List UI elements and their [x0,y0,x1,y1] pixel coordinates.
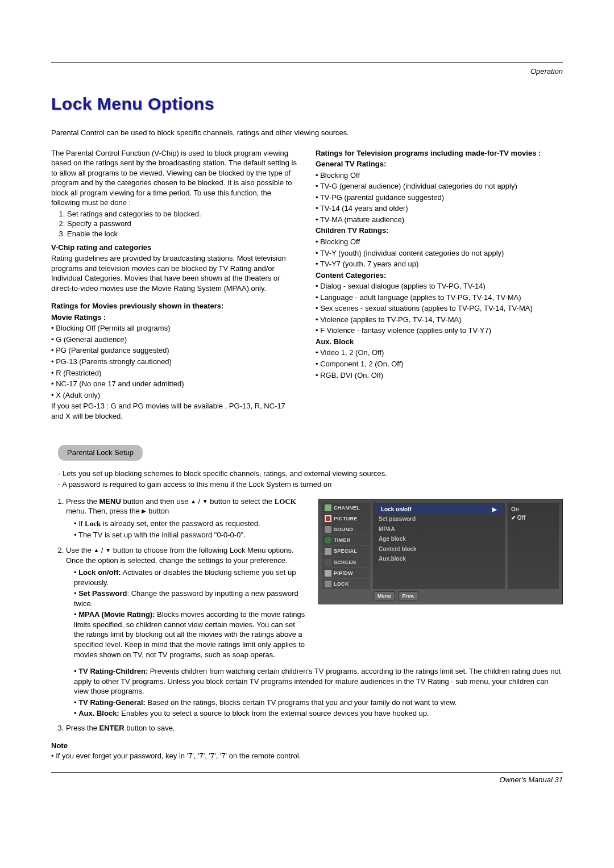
t: MPAA [379,525,395,533]
t: CHANNEL [334,504,360,511]
down-triangle-icon: ▼ [202,498,208,504]
lock-label: Lock [85,519,101,528]
aux-item: • Component 1, 2 (On, Off) [316,359,563,369]
osd-side-picture: PICTURE [322,514,370,524]
osd-btn-menu: Menu [374,591,395,600]
t: Based on the ratings, blocks certain TV … [146,698,457,707]
t: Lock on/off [381,506,412,514]
child-item: • TV-Y7 (youth, 7 years and up) [316,259,563,269]
osd-side-pipdw: PIP/DW [322,568,370,578]
t: LOCK [334,581,349,587]
child-item: • TV-Y (youth) (individual content categ… [316,248,563,258]
osd-menu-setpassword: Set password [373,514,505,524]
t: button [146,507,169,515]
heading-children-tv: Children TV Ratings: [316,226,563,236]
content-item: • Sex scenes - sexual situations (applie… [316,303,563,314]
opt-mpaa: MPAA (Movie Rating): Blocks movies accor… [74,610,306,660]
osd-main-menu: Lock on/off▶ Set password MPAA Age block… [373,503,505,589]
timer-icon [325,537,331,544]
movie-item: • PG-13 (Parents strongly cautioned) [51,357,298,367]
osd-side-sound: SOUND [322,524,370,535]
t: If [78,519,85,528]
label: TV Rating-General: [78,698,146,707]
t: PIP/DW [334,570,353,577]
heading-aux-block: Aux. Block [316,337,563,347]
step-3: Enable the lock [67,229,298,239]
opt-lock-onoff: Lock on/off: Activates or disables the b… [74,567,306,587]
up-triangle-icon: ▲ [93,547,99,553]
osd-menu-contentblock: Content block [373,544,505,554]
screen-icon [325,559,331,566]
osd-sidebar: CHANNEL PICTURE SOUND TIMER SPECIAL SCRE… [322,503,370,589]
content-item: • Language - adult language (applies to … [316,293,563,303]
t: Aux.block [379,555,406,563]
content-item: • Violence (applies to TV-PG, TV-14, TV-… [316,315,563,325]
opt-tv-general: TV Rating-General: Based on the ratings,… [74,698,563,708]
lock-label: LOCK [275,497,296,506]
page-title: Lock Menu Options [51,93,563,116]
pip-icon [325,570,331,577]
setup-step-3: Press the ENTER button to save. [66,723,563,733]
page-footer: Owner's Manual 31 [51,775,563,785]
right-triangle-icon: ▶ [492,506,497,514]
setup-step-2: Use the ▲ / ▼ button to choose from the … [66,545,306,660]
t: menu. Then, press the [66,507,142,515]
osd-btn-prev: Prev. [399,591,418,600]
heading-movie-ratings: Movie Ratings : [51,312,298,323]
opt-set-password: Set Password: Change the password by inp… [74,589,306,608]
sound-icon [325,526,331,533]
gen-item: • TV-MA (mature audience) [316,215,563,225]
aux-item: • Video 1, 2 (On, Off) [316,348,563,358]
osd-footer: Menu Prev. [322,591,559,600]
heading-vchip: V-Chip rating and categories [51,243,298,253]
heading-tv: Ratings for Television programs includin… [316,148,563,158]
heading-movies: Ratings for Movies previously shown in t… [51,301,298,311]
up-triangle-icon: ▲ [190,498,196,504]
osd-menu-auxblock: Aux.block [373,554,505,564]
step-2: Specify a password [67,219,298,229]
movie-note: If you set PG-13 : G and PG movies will … [51,401,298,421]
left-column: The Parental Control Function (V-Chip) i… [51,148,298,423]
gen-item: • TV-G (general audience) (individual ca… [316,181,563,191]
gen-item: • Blocking Off [316,170,563,181]
t: is already set, enter the password as re… [101,519,260,528]
movie-item: • Blocking Off (Permits all programs) [51,323,298,333]
osd-opt-off: Off [511,514,555,523]
lock-icon [325,581,331,587]
osd-menu-ageblock: Age block [373,534,505,544]
movie-item: • PG (Parental guidance suggested) [51,345,298,356]
note-line: • If you ever forget your password, key … [51,752,301,760]
movie-item: • NC-17 (No one 17 and under admitted) [51,379,298,389]
down-triangle-icon: ▼ [105,547,111,553]
menu-button-label: MENU [99,497,121,506]
parental-lock-pill: Parental Lock Setup [58,445,143,461]
t: Press the [66,497,99,506]
t: TIMER [334,537,351,544]
right-column: Ratings for Television programs includin… [316,148,563,423]
bottom-rule [51,772,563,773]
enter-button-label: ENTER [99,724,125,732]
osd-options: On Off [508,503,559,589]
opt-aux-block: Aux. Block: Enables you to select a sour… [74,708,563,719]
vchip-desc: Rating guidelines are provided by broadc… [51,253,298,293]
setup-dash-1: Lets you set up blocking schemes to bloc… [58,469,563,479]
intro-text: Parental Control can be used to block sp… [51,128,563,138]
child-item: • Blocking Off [316,237,563,247]
t: button and then use [121,497,190,506]
t: SCREEN [334,559,356,566]
aux-item: • RGB, DVI (On, Off) [316,370,563,381]
heading-content-cat: Content Categories: [316,270,563,281]
picture-icon [325,515,331,522]
gen-item: • TV-PG (parental guidance suggested) [316,193,563,203]
label: Aux. Block: [78,709,119,717]
osd-side-timer: TIMER [322,535,370,545]
osd-side-lock: LOCK [322,579,370,589]
s1-sub1: If Lock is already set, enter the passwo… [74,519,306,529]
movie-item: • X (Adult only) [51,390,298,400]
osd-side-special: SPECIAL [322,546,370,556]
t: Press the [66,724,99,732]
note-heading: Note [51,741,563,751]
top-rule [51,62,563,63]
movie-item: • G (General audience) [51,335,298,345]
special-icon [325,548,331,555]
